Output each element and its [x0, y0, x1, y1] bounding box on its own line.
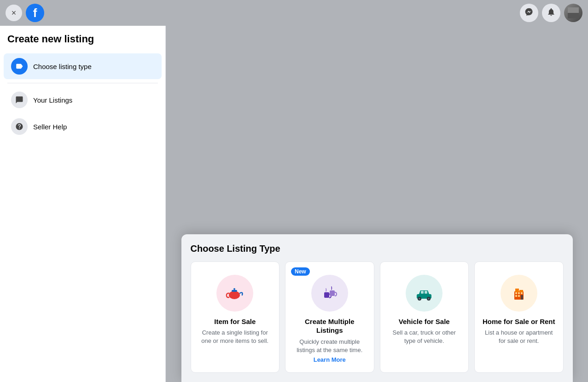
item-for-sale-title: Item for Sale — [214, 317, 256, 326]
svg-rect-26 — [521, 295, 523, 300]
svg-rect-20 — [519, 290, 523, 292]
create-multiple-listings-icon-wrap — [311, 275, 348, 312]
svg-rect-21 — [515, 292, 517, 294]
vehicle-for-sale-icon-wrap — [406, 275, 442, 312]
messenger-button[interactable] — [520, 4, 538, 22]
bell-icon — [547, 7, 556, 19]
sidebar-item-seller-help[interactable]: Seller Help — [4, 114, 162, 139]
create-multiple-listings-title: Create Multiple Listings — [293, 317, 367, 335]
close-button[interactable]: × — [6, 5, 22, 21]
sidebar-item-choose-listing-type[interactable]: Choose listing type — [4, 53, 162, 79]
close-icon: × — [12, 8, 17, 18]
vehicle-for-sale-desc: Sell a car, truck or other type of vehic… — [388, 329, 461, 345]
facebook-logo: f — [26, 4, 44, 22]
home-for-sale-or-rent-card[interactable]: Home for Sale or Rent List a house or ap… — [474, 261, 564, 373]
choose-listing-type-modal: Choose Listing Type — [181, 234, 573, 382]
topbar: × f — [0, 0, 588, 26]
your-listings-icon — [11, 92, 28, 108]
sidebar-item-your-listings[interactable]: Your Listings — [4, 87, 162, 113]
svg-rect-24 — [515, 295, 517, 297]
svg-point-3 — [229, 291, 240, 299]
svg-rect-7 — [324, 292, 329, 298]
item-for-sale-desc: Create a single listing for one or more … — [198, 329, 272, 345]
seller-help-icon — [11, 118, 28, 135]
sidebar-item-your-listings-label: Your Listings — [33, 96, 72, 104]
item-for-sale-card[interactable]: Item for Sale Create a single listing fo… — [191, 261, 280, 373]
svg-rect-1 — [568, 13, 579, 18]
topbar-right — [520, 4, 582, 22]
svg-rect-19 — [515, 289, 519, 292]
listing-cards-container: Item for Sale Create a single listing fo… — [191, 261, 564, 382]
svg-point-14 — [419, 298, 420, 300]
main-content-area: Choose Listing Type — [166, 26, 588, 382]
choose-listing-type-icon — [11, 58, 28, 75]
topbar-left: × f — [6, 4, 44, 22]
svg-rect-8 — [330, 290, 335, 296]
modal-title: Choose Listing Type — [191, 243, 564, 254]
create-multiple-listings-desc: Quickly create multiple listings at the … — [293, 338, 367, 354]
sidebar-item-choose-listing-type-label: Choose listing type — [33, 63, 92, 70]
svg-rect-0 — [568, 7, 579, 13]
svg-rect-11 — [421, 291, 424, 294]
svg-rect-23 — [521, 292, 523, 294]
sidebar-divider — [7, 83, 158, 83]
learn-more-link[interactable]: Learn More — [314, 356, 346, 363]
sidebar: Create new listing Choose listing type Y… — [0, 26, 166, 382]
profile-avatar[interactable] — [564, 4, 582, 22]
svg-rect-25 — [518, 295, 520, 297]
home-for-sale-or-rent-desc: List a house or apartment for sale or re… — [482, 329, 556, 345]
svg-point-16 — [428, 298, 430, 300]
create-multiple-listings-card[interactable]: New Create — [285, 261, 374, 373]
avatar-image — [564, 4, 582, 22]
sidebar-title: Create new listing — [0, 33, 165, 52]
svg-rect-12 — [425, 291, 427, 294]
svg-rect-22 — [518, 292, 520, 294]
vehicle-for-sale-title: Vehicle for Sale — [399, 317, 450, 326]
sidebar-item-seller-help-label: Seller Help — [33, 123, 67, 131]
messenger-icon — [524, 7, 534, 19]
home-for-sale-or-rent-icon-wrap — [501, 275, 537, 312]
new-badge: New — [291, 267, 310, 276]
home-for-sale-or-rent-title: Home for Sale or Rent — [483, 317, 555, 326]
notifications-button[interactable] — [542, 4, 560, 22]
item-for-sale-icon-wrap — [216, 275, 253, 312]
vehicle-for-sale-card[interactable]: Vehicle for Sale Sell a car, truck or ot… — [380, 261, 469, 373]
svg-rect-4 — [232, 290, 237, 292]
svg-point-5 — [233, 288, 235, 290]
